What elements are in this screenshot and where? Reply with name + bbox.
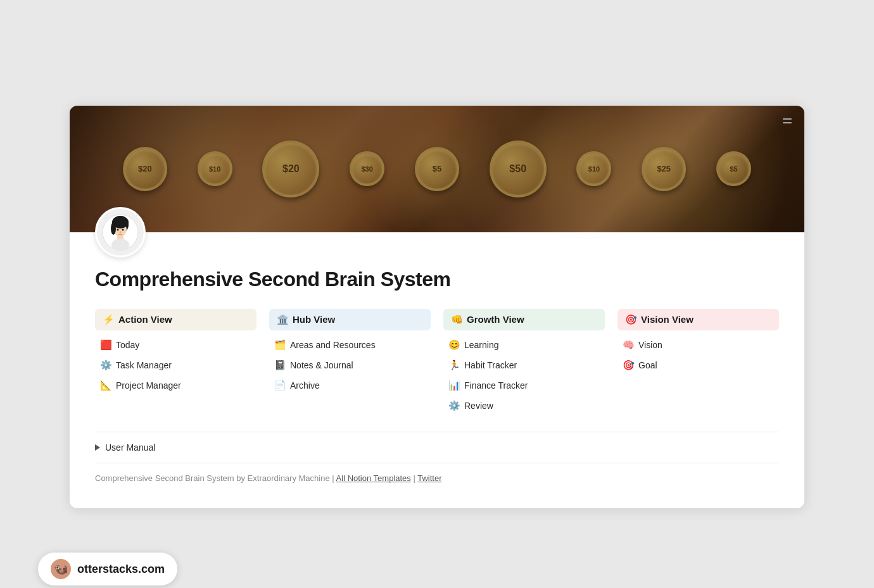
svg-point-8 <box>122 228 124 230</box>
goal-icon: 🎯 <box>623 360 635 371</box>
action-today[interactable]: 🟥 Today <box>95 337 256 353</box>
svg-point-5 <box>111 239 129 251</box>
control-dash-2 <box>783 122 792 123</box>
habit-label: Habit Tracker <box>464 360 517 370</box>
archive-icon: 📄 <box>274 380 286 391</box>
growth-review[interactable]: ⚙️ Review <box>443 397 605 414</box>
vision-vision[interactable]: 🧠 Vision <box>618 337 779 353</box>
divider <box>95 432 779 432</box>
vision-goal[interactable]: 🎯 Goal <box>618 357 779 373</box>
areas-icon: 🗂️ <box>274 339 286 351</box>
footer-link-twitter[interactable]: Twitter <box>417 473 441 483</box>
hub-view-label: Hub View <box>293 314 335 325</box>
svg-point-7 <box>117 228 119 230</box>
goal-label: Goal <box>638 360 657 370</box>
finance-label: Finance Tracker <box>464 380 528 391</box>
svg-point-6 <box>111 222 116 235</box>
today-label: Today <box>116 340 139 350</box>
archive-label: Archive <box>290 380 320 391</box>
hub-view-icon: 🏛️ <box>277 314 289 325</box>
notes-icon: 📓 <box>274 360 286 371</box>
hub-view-header[interactable]: 🏛️ Hub View <box>269 309 431 330</box>
growth-habit-tracker[interactable]: 🏃 Habit Tracker <box>443 357 605 373</box>
action-view-label: Action View <box>118 314 172 325</box>
action-view-icon: ⚡ <box>103 314 115 325</box>
user-manual-label: User Manual <box>105 442 155 453</box>
divider-2 <box>95 463 779 463</box>
project-manager-icon: 📐 <box>100 380 112 391</box>
habit-icon: 🏃 <box>448 360 460 371</box>
notion-card: $20 $10 $20 $30 $5 $50 $10 $25 $5 <box>70 106 804 508</box>
vision-view-label: Vision View <box>641 314 694 325</box>
columns-grid: ⚡ Action View 🟥 Today ⚙️ Task Manager 📐 … <box>95 309 779 414</box>
avatar-section <box>70 207 804 258</box>
site-icon: 🦦 <box>51 559 71 579</box>
project-manager-label: Project Manager <box>116 380 181 391</box>
growth-view-label: Growth View <box>467 314 524 325</box>
action-project-manager[interactable]: 📐 Project Manager <box>95 377 256 394</box>
review-icon: ⚙️ <box>448 400 460 411</box>
finance-icon: 📊 <box>448 380 460 391</box>
growth-finance-tracker[interactable]: 📊 Finance Tracker <box>443 377 605 394</box>
action-task-manager[interactable]: ⚙️ Task Manager <box>95 357 256 373</box>
bottom-bar: 🦦 otterstacks.com <box>38 553 177 585</box>
vision-view-icon: 🎯 <box>625 314 637 325</box>
vision-label: Vision <box>638 340 662 350</box>
avatar-inner <box>97 209 144 256</box>
notes-label: Notes & Journal <box>290 360 353 370</box>
svg-point-9 <box>120 231 122 234</box>
avatar-illustration <box>101 213 139 251</box>
vision-icon: 🧠 <box>623 339 635 351</box>
triangle-icon <box>95 444 100 451</box>
learning-label: Learning <box>464 340 499 350</box>
column-hub-view: 🏛️ Hub View 🗂️ Areas and Resources 📓 Not… <box>269 309 431 414</box>
column-action-view: ⚡ Action View 🟥 Today ⚙️ Task Manager 📐 … <box>95 309 256 414</box>
task-manager-label: Task Manager <box>116 360 172 370</box>
growth-view-header[interactable]: 👊 Growth View <box>443 309 605 330</box>
user-manual-row[interactable]: User Manual <box>95 437 779 458</box>
notion-controls <box>778 113 797 128</box>
growth-view-icon: 👊 <box>451 314 463 325</box>
growth-learning[interactable]: 😊 Learning <box>443 337 605 353</box>
footer-link-templates[interactable]: All Notion Templates <box>336 473 411 483</box>
learning-icon: 😊 <box>448 339 460 351</box>
column-vision-view: 🎯 Vision View 🧠 Vision 🎯 Goal <box>618 309 779 414</box>
footer: Comprehensive Second Brain System by Ext… <box>95 473 779 483</box>
control-dash-1 <box>783 118 792 120</box>
areas-label: Areas and Resources <box>290 340 376 350</box>
page-content: Comprehensive Second Brain System ⚡ Acti… <box>70 258 804 508</box>
review-label: Review <box>464 401 493 411</box>
hub-notes-journal[interactable]: 📓 Notes & Journal <box>269 357 431 373</box>
vision-view-header[interactable]: 🎯 Vision View <box>618 309 779 330</box>
page-wrapper: $20 $10 $20 $30 $5 $50 $10 $25 $5 <box>13 13 861 588</box>
action-view-header[interactable]: ⚡ Action View <box>95 309 256 330</box>
hub-areas-resources[interactable]: 🗂️ Areas and Resources <box>269 337 431 353</box>
page-title: Comprehensive Second Brain System <box>95 268 779 291</box>
avatar <box>95 207 146 258</box>
footer-text: Comprehensive Second Brain System by Ext… <box>95 473 330 483</box>
hub-archive[interactable]: 📄 Archive <box>269 377 431 394</box>
task-manager-icon: ⚙️ <box>100 360 112 371</box>
site-emoji: 🦦 <box>54 562 68 576</box>
today-icon: 🟥 <box>100 339 112 351</box>
column-growth-view: 👊 Growth View 😊 Learning 🏃 Habit Tracker… <box>443 309 605 414</box>
site-name: otterstacks.com <box>77 563 165 576</box>
